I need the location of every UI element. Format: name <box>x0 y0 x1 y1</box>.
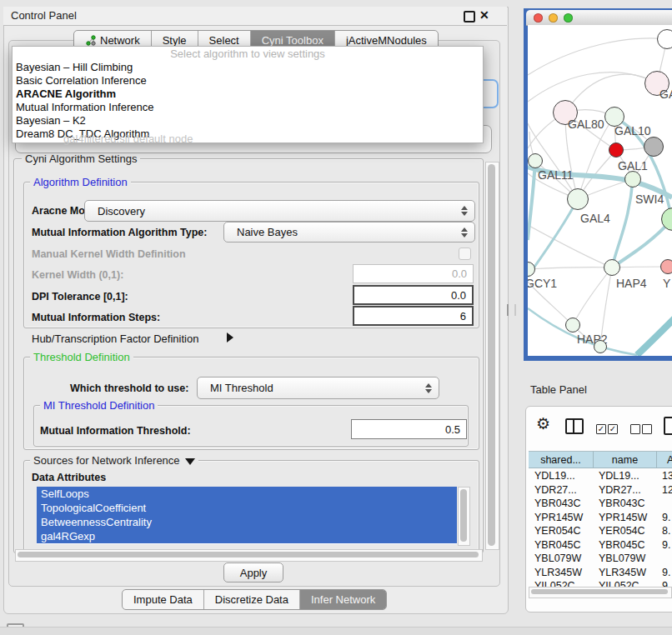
node[interactable] <box>644 137 664 157</box>
table-cell: YIL052C <box>534 580 575 587</box>
node[interactable] <box>594 340 607 353</box>
manual-kernel-label: Manual Kernel Width Definition <box>32 248 186 260</box>
table-header-row: shared...nameA <box>529 451 672 468</box>
settings-hscroll-thumb[interactable] <box>18 552 479 558</box>
gear-icon[interactable]: ⚙ <box>536 414 550 433</box>
node-y[interactable] <box>660 259 672 274</box>
float-panel-icon[interactable] <box>464 11 475 22</box>
split-columns-icon[interactable] <box>565 418 584 434</box>
kernel-width-field[interactable]: 0.0 <box>353 264 474 283</box>
node-label-hap4: HAP4 <box>616 277 647 290</box>
algorithm-dropdown-placeholder: Select algorithm to view settings <box>13 47 483 61</box>
node-swi4[interactable] <box>661 208 672 231</box>
dpi-tolerance-label: DPI Tolerance [0,1]: <box>32 291 128 302</box>
attributes-scrollbar[interactable] <box>458 487 470 546</box>
table-hscroll-thumb[interactable] <box>531 589 668 594</box>
settings-vertical-scrollbar[interactable] <box>485 162 499 550</box>
checked-box-icon[interactable]: ✓ <box>608 424 618 434</box>
attribute-item-selfloops[interactable]: SelfLoops <box>37 487 457 501</box>
table-row[interactable]: YIL052CYIL052C9 <box>529 579 672 587</box>
dpi-tolerance-field[interactable]: 0.0 <box>353 285 474 305</box>
checked-box-icon[interactable]: ✓ <box>596 424 606 434</box>
sources-collapse-icon[interactable] <box>185 458 195 465</box>
network-canvas[interactable]: GALGAL80GAL10GAL1GAL11GAL4SWI4GCY1HAP4YH… <box>528 25 672 356</box>
column-header-name[interactable]: name <box>594 451 657 468</box>
window-close-button[interactable] <box>534 13 543 22</box>
settings-vscroll-thumb[interactable] <box>488 164 495 546</box>
dropdown-item-bayesian-hill-climbing[interactable]: Bayesian – Hill Climbing <box>13 61 483 74</box>
table-cell: 9. <box>662 539 670 551</box>
split-divider-handle[interactable] <box>507 304 516 316</box>
table-cell: YLR345W <box>534 567 582 578</box>
window-minimize-button[interactable] <box>549 13 558 22</box>
attribute-item-gal4rgexp[interactable]: gal4RGexp <box>37 529 457 543</box>
tab-label: Cyni Toolbox <box>262 34 323 47</box>
mi-type-combo[interactable]: Naive Bayes <box>223 222 475 242</box>
control-panel-titlebar: Control Panel ✕ <box>3 7 507 26</box>
column-header-shared-[interactable]: shared... <box>529 451 594 468</box>
table-cell: YPR145W <box>534 512 583 523</box>
table-row[interactable]: YBL079WYBL079W <box>529 552 672 566</box>
table-row[interactable]: YLR345WYLR345W9. <box>529 566 672 580</box>
dropdown-item-basic-correlation-inference[interactable]: Basic Correlation Inference <box>13 74 483 88</box>
bottom-tab-infer-network[interactable]: Infer Network <box>299 590 386 609</box>
node-hap2[interactable] <box>565 318 580 332</box>
table-cell: 9. <box>662 512 670 523</box>
node-label-swi4: SWI4 <box>635 192 664 206</box>
combo-arrows-icon <box>460 227 467 238</box>
table-row[interactable]: YBR045CYBR045C9. <box>529 538 672 552</box>
attribute-item-betweennesscentrality[interactable]: BetweennessCentrality <box>37 515 457 529</box>
bottom-tab-impute-data[interactable]: Impute Data <box>123 590 203 609</box>
node-label-gal4: GAL4 <box>580 212 610 225</box>
apply-button[interactable]: Apply <box>223 562 283 582</box>
table-row[interactable]: YDL19...YDL19...13 <box>529 469 672 483</box>
mi-steps-field[interactable]: 6 <box>353 306 474 326</box>
table-cell: YBL079W <box>599 552 645 564</box>
settings-horizontal-scrollbar[interactable] <box>15 549 483 562</box>
node-label-gcy1: GCY1 <box>528 277 557 290</box>
which-threshold-combo[interactable]: MI Threshold <box>197 377 439 399</box>
table-panel-title: Table Panel <box>530 383 587 396</box>
mi-threshold-field[interactable]: 0.5 <box>351 419 467 439</box>
mi-type-label: Mutual Information Algorithm Type: <box>32 227 207 238</box>
table-cell: YER054C <box>599 525 645 537</box>
table-row[interactable]: YER054CYER054C8. <box>529 524 672 538</box>
aracne-mode-combo[interactable]: Discovery <box>84 200 475 222</box>
window-zoom-button[interactable] <box>564 13 573 22</box>
bottom-tab-discretize-data[interactable]: Discretize Data <box>203 590 299 609</box>
table-cell: 9. <box>662 567 670 578</box>
table-cell: 8. <box>662 525 670 537</box>
table-cell: YDL19... <box>599 470 639 482</box>
node-hap4[interactable] <box>604 259 620 276</box>
node[interactable] <box>624 171 641 188</box>
document-icon[interactable] <box>664 417 672 435</box>
node-gcy1[interactable] <box>528 262 535 277</box>
table-row[interactable]: YPR145WYPR145W9. <box>529 511 672 525</box>
node-gal1[interactable] <box>609 142 624 158</box>
column-header-a[interactable]: A <box>657 451 672 468</box>
node[interactable] <box>657 29 672 49</box>
data-attributes-list[interactable]: SelfLoopsTopologicalCoefficientBetweenne… <box>37 487 457 544</box>
close-panel-icon[interactable]: ✕ <box>479 8 489 22</box>
attributes-scrollbar-thumb[interactable] <box>460 489 467 542</box>
table-horizontal-scrollbar[interactable] <box>529 587 672 598</box>
combo-arrows-icon <box>424 382 431 394</box>
unchecked-box-icon[interactable] <box>642 424 652 434</box>
attribute-item-topologicalcoefficient[interactable]: TopologicalCoefficient <box>37 501 457 515</box>
node-gal4[interactable] <box>567 188 589 210</box>
network-window-titlebar[interactable] <box>526 10 672 26</box>
table-row[interactable]: YDR27...YDR27...12 <box>529 483 672 498</box>
dropdown-item-aracne-algorithm[interactable]: ARACNE Algorithm <box>13 88 483 101</box>
hub-expand-icon[interactable] <box>227 332 233 342</box>
network-window: GALGAL80GAL10GAL1GAL11GAL4SWI4GCY1HAP4YH… <box>524 8 672 361</box>
mi-type-value: Naive Bayes <box>224 226 298 238</box>
bottom-strip <box>0 627 672 635</box>
table-row[interactable]: YBR043CYBR043C <box>529 497 672 511</box>
unchecked-box-icon[interactable] <box>630 424 640 434</box>
mi-threshold-label: Mutual Information Threshold: <box>40 425 191 437</box>
node-gal11[interactable] <box>528 153 543 168</box>
dropdown-item-mutual-information-inference[interactable]: Mutual Information Inference <box>13 101 483 114</box>
manual-kernel-checkbox[interactable] <box>459 248 471 260</box>
sources-title-text: Sources for Network Inference <box>33 454 180 467</box>
dropdown-item-bayesian-k2[interactable]: Bayesian – K2 <box>13 114 483 128</box>
